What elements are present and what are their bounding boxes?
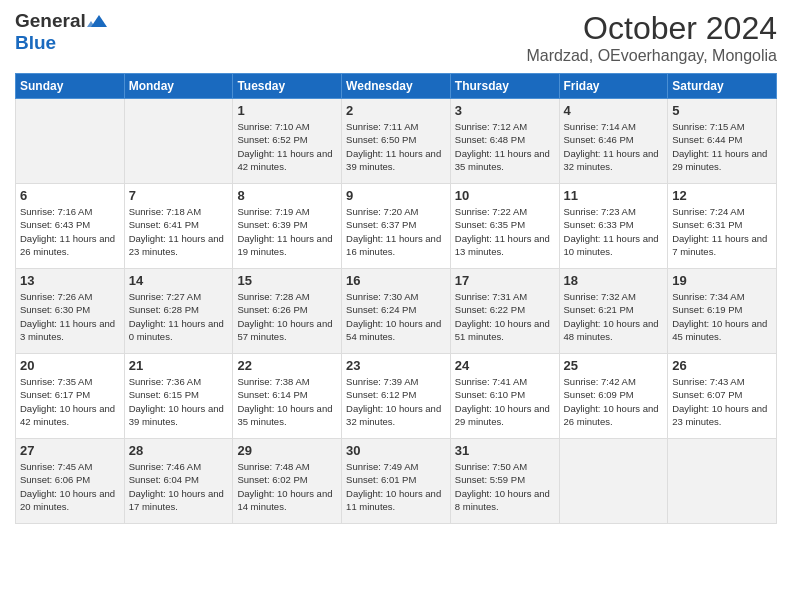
weekday-header-tuesday: Tuesday [233, 74, 342, 99]
calendar-cell: 6Sunrise: 7:16 AM Sunset: 6:43 PM Daylig… [16, 184, 125, 269]
day-number: 30 [346, 443, 446, 458]
day-number: 28 [129, 443, 229, 458]
calendar-cell: 1Sunrise: 7:10 AM Sunset: 6:52 PM Daylig… [233, 99, 342, 184]
calendar-cell: 27Sunrise: 7:45 AM Sunset: 6:06 PM Dayli… [16, 439, 125, 524]
calendar-cell: 28Sunrise: 7:46 AM Sunset: 6:04 PM Dayli… [124, 439, 233, 524]
day-info: Sunrise: 7:36 AM Sunset: 6:15 PM Dayligh… [129, 375, 229, 428]
weekday-header-monday: Monday [124, 74, 233, 99]
day-info: Sunrise: 7:42 AM Sunset: 6:09 PM Dayligh… [564, 375, 664, 428]
calendar-cell: 9Sunrise: 7:20 AM Sunset: 6:37 PM Daylig… [342, 184, 451, 269]
calendar-week-row: 1Sunrise: 7:10 AM Sunset: 6:52 PM Daylig… [16, 99, 777, 184]
day-info: Sunrise: 7:39 AM Sunset: 6:12 PM Dayligh… [346, 375, 446, 428]
day-info: Sunrise: 7:45 AM Sunset: 6:06 PM Dayligh… [20, 460, 120, 513]
day-number: 27 [20, 443, 120, 458]
day-info: Sunrise: 7:19 AM Sunset: 6:39 PM Dayligh… [237, 205, 337, 258]
calendar-cell: 16Sunrise: 7:30 AM Sunset: 6:24 PM Dayli… [342, 269, 451, 354]
day-info: Sunrise: 7:50 AM Sunset: 5:59 PM Dayligh… [455, 460, 555, 513]
day-info: Sunrise: 7:49 AM Sunset: 6:01 PM Dayligh… [346, 460, 446, 513]
day-number: 10 [455, 188, 555, 203]
day-number: 24 [455, 358, 555, 373]
day-number: 19 [672, 273, 772, 288]
day-number: 15 [237, 273, 337, 288]
day-info: Sunrise: 7:22 AM Sunset: 6:35 PM Dayligh… [455, 205, 555, 258]
day-info: Sunrise: 7:32 AM Sunset: 6:21 PM Dayligh… [564, 290, 664, 343]
day-number: 14 [129, 273, 229, 288]
calendar-cell: 3Sunrise: 7:12 AM Sunset: 6:48 PM Daylig… [450, 99, 559, 184]
calendar-cell: 20Sunrise: 7:35 AM Sunset: 6:17 PM Dayli… [16, 354, 125, 439]
logo-blue: Blue [15, 32, 56, 54]
day-number: 23 [346, 358, 446, 373]
calendar-cell: 29Sunrise: 7:48 AM Sunset: 6:02 PM Dayli… [233, 439, 342, 524]
day-number: 9 [346, 188, 446, 203]
day-info: Sunrise: 7:23 AM Sunset: 6:33 PM Dayligh… [564, 205, 664, 258]
calendar-cell: 18Sunrise: 7:32 AM Sunset: 6:21 PM Dayli… [559, 269, 668, 354]
day-info: Sunrise: 7:15 AM Sunset: 6:44 PM Dayligh… [672, 120, 772, 173]
calendar-cell: 25Sunrise: 7:42 AM Sunset: 6:09 PM Dayli… [559, 354, 668, 439]
calendar-cell: 14Sunrise: 7:27 AM Sunset: 6:28 PM Dayli… [124, 269, 233, 354]
calendar-cell: 17Sunrise: 7:31 AM Sunset: 6:22 PM Dayli… [450, 269, 559, 354]
day-number: 29 [237, 443, 337, 458]
calendar-cell: 31Sunrise: 7:50 AM Sunset: 5:59 PM Dayli… [450, 439, 559, 524]
calendar-cell: 21Sunrise: 7:36 AM Sunset: 6:15 PM Dayli… [124, 354, 233, 439]
day-info: Sunrise: 7:10 AM Sunset: 6:52 PM Dayligh… [237, 120, 337, 173]
day-number: 18 [564, 273, 664, 288]
day-number: 7 [129, 188, 229, 203]
day-info: Sunrise: 7:11 AM Sunset: 6:50 PM Dayligh… [346, 120, 446, 173]
day-number: 8 [237, 188, 337, 203]
logo-general: General [15, 10, 86, 32]
calendar-cell: 26Sunrise: 7:43 AM Sunset: 6:07 PM Dayli… [668, 354, 777, 439]
calendar-week-row: 13Sunrise: 7:26 AM Sunset: 6:30 PM Dayli… [16, 269, 777, 354]
day-number: 1 [237, 103, 337, 118]
calendar-cell: 11Sunrise: 7:23 AM Sunset: 6:33 PM Dayli… [559, 184, 668, 269]
weekday-header-friday: Friday [559, 74, 668, 99]
weekday-header-row: SundayMondayTuesdayWednesdayThursdayFrid… [16, 74, 777, 99]
calendar-week-row: 20Sunrise: 7:35 AM Sunset: 6:17 PM Dayli… [16, 354, 777, 439]
calendar-cell: 23Sunrise: 7:39 AM Sunset: 6:12 PM Dayli… [342, 354, 451, 439]
day-number: 21 [129, 358, 229, 373]
day-info: Sunrise: 7:35 AM Sunset: 6:17 PM Dayligh… [20, 375, 120, 428]
day-number: 11 [564, 188, 664, 203]
day-number: 20 [20, 358, 120, 373]
day-info: Sunrise: 7:46 AM Sunset: 6:04 PM Dayligh… [129, 460, 229, 513]
weekday-header-saturday: Saturday [668, 74, 777, 99]
day-info: Sunrise: 7:26 AM Sunset: 6:30 PM Dayligh… [20, 290, 120, 343]
calendar-week-row: 27Sunrise: 7:45 AM Sunset: 6:06 PM Dayli… [16, 439, 777, 524]
weekday-header-thursday: Thursday [450, 74, 559, 99]
day-number: 2 [346, 103, 446, 118]
day-info: Sunrise: 7:27 AM Sunset: 6:28 PM Dayligh… [129, 290, 229, 343]
day-number: 4 [564, 103, 664, 118]
title-area: October 2024 Mardzad, OEvoerhangay, Mong… [526, 10, 777, 65]
weekday-header-sunday: Sunday [16, 74, 125, 99]
month-title: October 2024 [526, 10, 777, 47]
calendar-cell: 2Sunrise: 7:11 AM Sunset: 6:50 PM Daylig… [342, 99, 451, 184]
day-info: Sunrise: 7:34 AM Sunset: 6:19 PM Dayligh… [672, 290, 772, 343]
calendar-cell [559, 439, 668, 524]
calendar-cell [16, 99, 125, 184]
day-number: 25 [564, 358, 664, 373]
day-info: Sunrise: 7:48 AM Sunset: 6:02 PM Dayligh… [237, 460, 337, 513]
weekday-header-wednesday: Wednesday [342, 74, 451, 99]
calendar-cell: 7Sunrise: 7:18 AM Sunset: 6:41 PM Daylig… [124, 184, 233, 269]
calendar-cell: 10Sunrise: 7:22 AM Sunset: 6:35 PM Dayli… [450, 184, 559, 269]
calendar-cell: 30Sunrise: 7:49 AM Sunset: 6:01 PM Dayli… [342, 439, 451, 524]
logo: General Blue [15, 10, 108, 54]
day-info: Sunrise: 7:14 AM Sunset: 6:46 PM Dayligh… [564, 120, 664, 173]
day-number: 16 [346, 273, 446, 288]
calendar-cell: 4Sunrise: 7:14 AM Sunset: 6:46 PM Daylig… [559, 99, 668, 184]
calendar-cell: 24Sunrise: 7:41 AM Sunset: 6:10 PM Dayli… [450, 354, 559, 439]
day-info: Sunrise: 7:31 AM Sunset: 6:22 PM Dayligh… [455, 290, 555, 343]
day-number: 12 [672, 188, 772, 203]
day-number: 13 [20, 273, 120, 288]
location-subtitle: Mardzad, OEvoerhangay, Mongolia [526, 47, 777, 65]
calendar-week-row: 6Sunrise: 7:16 AM Sunset: 6:43 PM Daylig… [16, 184, 777, 269]
day-info: Sunrise: 7:16 AM Sunset: 6:43 PM Dayligh… [20, 205, 120, 258]
day-number: 5 [672, 103, 772, 118]
day-info: Sunrise: 7:43 AM Sunset: 6:07 PM Dayligh… [672, 375, 772, 428]
day-number: 6 [20, 188, 120, 203]
calendar-cell: 5Sunrise: 7:15 AM Sunset: 6:44 PM Daylig… [668, 99, 777, 184]
page-header: General Blue October 2024 Mardzad, OEvoe… [15, 10, 777, 65]
calendar-cell [668, 439, 777, 524]
calendar-cell: 13Sunrise: 7:26 AM Sunset: 6:30 PM Dayli… [16, 269, 125, 354]
day-info: Sunrise: 7:12 AM Sunset: 6:48 PM Dayligh… [455, 120, 555, 173]
day-info: Sunrise: 7:18 AM Sunset: 6:41 PM Dayligh… [129, 205, 229, 258]
